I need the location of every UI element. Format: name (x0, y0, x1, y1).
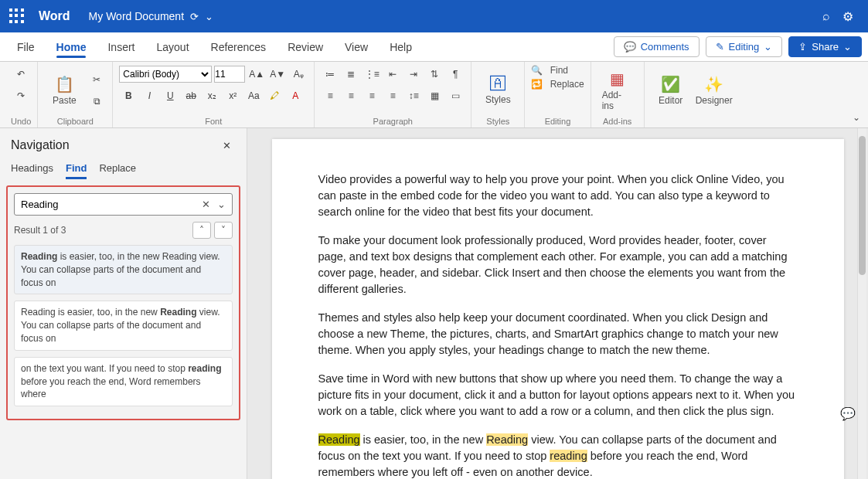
font-color-icon[interactable]: A (286, 87, 305, 105)
clipboard-icon: 📋 (55, 75, 74, 93)
addins-group-label: Add-ins (603, 115, 631, 126)
multilevel-icon[interactable]: ⋮≡ (363, 65, 381, 83)
collapse-ribbon-icon[interactable]: ⌄ (849, 110, 863, 124)
numbering-icon[interactable]: ≣ (342, 65, 360, 83)
bold-icon[interactable]: B (119, 87, 138, 105)
share-label: Share (812, 41, 839, 53)
group-editing: 🔍 Find 🔁 Replace Editing (525, 62, 591, 127)
scrollbar-thumb[interactable] (859, 136, 866, 275)
tab-references[interactable]: References (200, 35, 277, 59)
cut-icon[interactable]: ✂ (87, 70, 106, 89)
addins-icon: ▦ (610, 70, 625, 88)
borders-icon[interactable]: ▭ (446, 87, 465, 105)
underline-icon[interactable]: U (161, 87, 179, 105)
designer-big-label: Designer (696, 95, 733, 106)
clear-format-icon[interactable]: Aᵩ (289, 65, 308, 83)
search-field-row: ✕ ⌄ (14, 193, 233, 216)
bullets-icon[interactable]: ≔ (321, 65, 339, 83)
comment-marker-icon[interactable]: 💬 (840, 406, 856, 421)
comments-label: Comments (641, 41, 689, 53)
tab-review[interactable]: Review (277, 35, 334, 59)
superscript-icon[interactable]: x² (223, 87, 242, 105)
sort-icon[interactable]: ⇅ (425, 65, 444, 83)
next-result-button[interactable]: ˅ (214, 222, 233, 239)
tab-insert[interactable]: Insert (97, 35, 145, 59)
paragraph-4[interactable]: Save time in Word with new buttons that … (318, 371, 798, 420)
styles-big-label: Styles (485, 94, 511, 105)
change-case-icon[interactable]: Aa (244, 87, 263, 105)
align-left-icon[interactable]: ≡ (321, 87, 339, 105)
strike-icon[interactable]: ab (182, 87, 200, 105)
search-result-1[interactable]: Reading is easier, too, in the new Readi… (14, 245, 233, 294)
nav-tab-replace[interactable]: Replace (99, 162, 136, 179)
addins-big-label: Add-ins (602, 90, 633, 111)
group-font: Calibri (Body) A▲ A▼ Aᵩ B I U ab x₂ x² A… (113, 62, 315, 127)
copy-icon[interactable]: ⧉ (87, 92, 106, 110)
editing-label: Editing (729, 41, 760, 53)
app-launcher-icon[interactable] (9, 8, 25, 24)
group-addins: ▦ Add-ins Add-ins (591, 62, 645, 127)
search-result-2[interactable]: Reading is easier, too, in the new Readi… (14, 301, 233, 350)
share-button[interactable]: ⇪ Share ⌄ (788, 36, 862, 57)
search-icon[interactable]: ⌕ (815, 9, 837, 23)
prev-result-button[interactable]: ˄ (192, 222, 211, 239)
document-canvas[interactable]: Video provides a powerful way to help yo… (247, 128, 868, 479)
find-button[interactable]: 🔍 Find (531, 65, 568, 76)
tab-home[interactable]: Home (46, 35, 97, 59)
vertical-scrollbar[interactable] (857, 128, 866, 479)
paragraph-3[interactable]: Themes and styles also help keep your do… (318, 310, 798, 358)
paragraph-5[interactable]: Reading is easier, too, in the new Readi… (318, 432, 798, 479)
result-count-label: Result 1 of 3 (14, 225, 66, 236)
tab-layout[interactable]: Layout (145, 35, 199, 59)
find-input[interactable] (18, 195, 198, 213)
group-paragraph: ≔ ≣ ⋮≡ ⇤ ⇥ ⇅ ¶ ≡ ≡ ≡ ≡ ↕≡ ▦ ▭ Paragraph (315, 62, 471, 127)
nav-tab-find[interactable]: Find (66, 162, 87, 179)
tab-file[interactable]: File (6, 35, 46, 59)
show-marks-icon[interactable]: ¶ (446, 65, 465, 83)
clear-search-icon[interactable]: ✕ (198, 199, 213, 210)
page[interactable]: Video provides a powerful way to help yo… (272, 139, 844, 479)
styles-button[interactable]: 🄰 Styles (478, 72, 518, 108)
navigation-title: Navigation (11, 138, 70, 152)
comments-button[interactable]: 💬 Comments (614, 36, 700, 57)
close-nav-icon[interactable]: ✕ (217, 136, 236, 155)
paragraph-2[interactable]: To make your document look professionall… (318, 233, 798, 297)
editor-button[interactable]: ✅ Editor (651, 72, 691, 109)
shrink-font-icon[interactable]: A▼ (268, 65, 287, 83)
paste-button[interactable]: 📋 Paste (44, 72, 84, 109)
redo-icon[interactable]: ↷ (12, 87, 30, 105)
editing-group-label: Editing (545, 115, 571, 126)
highlight-color-icon[interactable]: 🖍 (265, 87, 284, 105)
title-dropdown-icon[interactable]: ⌄ (205, 11, 213, 22)
addins-button[interactable]: ▦ Add-ins (597, 66, 638, 114)
undo-icon[interactable]: ↶ (12, 65, 30, 83)
justify-icon[interactable]: ≡ (383, 87, 402, 105)
nav-tab-headings[interactable]: Headings (11, 162, 53, 179)
find-panel: ✕ ⌄ Result 1 of 3 ˄ ˅ Reading is easier,… (6, 185, 240, 420)
indent-icon[interactable]: ⇥ (404, 65, 423, 83)
save-status-icon[interactable]: ⟳ (190, 11, 199, 22)
search-result-3[interactable]: on the text you want. If you need to sto… (14, 357, 233, 406)
replace-button[interactable]: 🔁 Replace (531, 79, 584, 90)
paragraph-1[interactable]: Video provides a powerful way to help yo… (318, 172, 798, 220)
designer-button[interactable]: ✨ Designer (694, 72, 734, 109)
line-spacing-icon[interactable]: ↕≡ (404, 87, 423, 105)
settings-gear-icon[interactable]: ⚙ (837, 9, 859, 24)
outdent-icon[interactable]: ⇤ (383, 65, 402, 83)
subscript-icon[interactable]: x₂ (203, 87, 221, 105)
shading-icon[interactable]: ▦ (425, 87, 444, 105)
tab-help[interactable]: Help (379, 35, 423, 59)
align-center-icon[interactable]: ≡ (342, 87, 360, 105)
tab-view[interactable]: View (334, 35, 379, 59)
styles-icon: 🄰 (490, 75, 505, 93)
group-undo: ↶ ↷ Undo (5, 62, 38, 127)
editing-mode-button[interactable]: ✎ Editing ⌄ (706, 36, 783, 57)
font-family-select[interactable]: Calibri (Body) (119, 66, 212, 83)
grow-font-icon[interactable]: A▲ (247, 65, 266, 83)
italic-icon[interactable]: I (140, 87, 158, 105)
group-styles: 🄰 Styles Styles (471, 62, 525, 127)
font-size-input[interactable] (214, 66, 245, 83)
align-right-icon[interactable]: ≡ (363, 87, 381, 105)
search-options-chevron-icon[interactable]: ⌄ (213, 199, 229, 210)
document-title[interactable]: My Word Document (89, 10, 184, 22)
